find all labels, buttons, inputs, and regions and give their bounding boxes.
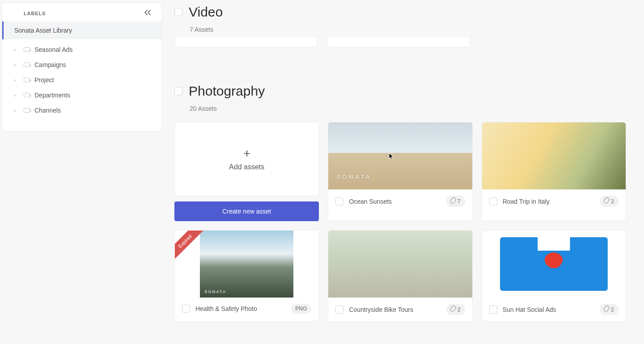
- asset-footer: Ocean Sunsets 7: [328, 189, 472, 213]
- asset-checkbox[interactable]: [335, 197, 343, 206]
- asset-card-sun-hat[interactable]: Sun Hat Social Ads 2: [482, 230, 626, 322]
- paperclip-icon: [604, 306, 609, 313]
- video-row-placeholder: [174, 38, 626, 47]
- attachment-count-badge: 7: [446, 196, 465, 207]
- asset-title: Ocean Sunsets: [349, 198, 441, 205]
- tag-icon: [24, 108, 30, 113]
- asset-checkbox[interactable]: [335, 306, 343, 314]
- collapse-sidebar-icon[interactable]: [144, 9, 152, 17]
- add-assets-card[interactable]: ＋ Add assets: [174, 122, 319, 196]
- sidebar-item-label: Departments: [34, 92, 70, 99]
- asset-footer: Road Trip in Italy 2: [482, 189, 626, 213]
- video-card-stub: [327, 38, 470, 47]
- badge-value: 2: [611, 198, 614, 205]
- asset-footer: Health & Safety Photo PNG: [175, 298, 318, 320]
- section-photography-count: 20 Assets: [190, 105, 626, 112]
- sidebar-tree: › Seasonal Ads › Campaigns › Project › D…: [2, 39, 161, 122]
- asset-title: Health & Safety Photo: [195, 305, 285, 312]
- asset-checkbox[interactable]: [182, 305, 190, 313]
- photography-grid: ＋ Add assets Create new asset Ocean Suns…: [174, 122, 626, 322]
- asset-thumbnail: [482, 231, 626, 298]
- add-assets-label: Add assets: [229, 163, 264, 171]
- create-new-asset-button[interactable]: Create new asset: [174, 201, 319, 221]
- cursor-icon: [389, 153, 394, 160]
- asset-thumbnail: [328, 231, 472, 298]
- paperclip-icon: [451, 306, 455, 313]
- asset-checkbox[interactable]: [489, 197, 497, 206]
- paperclip-icon: [604, 197, 609, 205]
- section-photography-title: Photography: [189, 84, 265, 99]
- sidebar-title: LABELS: [24, 11, 46, 16]
- paperclip-icon: [451, 197, 455, 205]
- sidebar-item-channels[interactable]: › Channels: [2, 103, 161, 118]
- sidebar-item-seasonal-ads[interactable]: › Seasonal Ads: [2, 42, 161, 57]
- sidebar-item-label: Seasonal Ads: [34, 46, 73, 53]
- badge-value: 2: [458, 306, 461, 313]
- section-divider: [174, 65, 626, 66]
- chevron-right-icon: ›: [14, 108, 19, 113]
- asset-card-bike-tours[interactable]: Countryside Bike Tours 2: [328, 230, 472, 322]
- badge-value: PNG: [295, 306, 307, 312]
- asset-card-road-trip[interactable]: Road Trip in Italy 2: [482, 122, 626, 221]
- asset-thumbnail: [328, 122, 472, 189]
- add-column: ＋ Add assets Create new asset: [174, 122, 319, 221]
- format-badge: PNG: [291, 304, 311, 314]
- asset-title: Countryside Bike Tours: [349, 306, 441, 313]
- asset-thumbnail: [482, 122, 626, 189]
- sidebar-item-label: Project: [34, 76, 54, 84]
- chevron-right-icon: ›: [14, 62, 19, 67]
- sidebar-library-root[interactable]: Sonata Asset Library: [2, 21, 161, 39]
- asset-card-health-safety[interactable]: Expired Health & Safety Photo PNG: [174, 230, 319, 322]
- tag-icon: [24, 47, 30, 52]
- tag-icon: [24, 78, 30, 82]
- section-photography-checkbox[interactable]: [174, 87, 182, 95]
- asset-card-ocean-sunsets[interactable]: Ocean Sunsets 7: [328, 122, 472, 221]
- sidebar-item-departments[interactable]: › Departments: [2, 88, 161, 103]
- asset-title: Road Trip in Italy: [503, 198, 595, 205]
- section-video-checkbox[interactable]: [174, 8, 182, 16]
- tag-icon: [24, 93, 30, 97]
- section-video-title: Video: [189, 4, 223, 20]
- section-video-count: 7 Assets: [190, 26, 626, 33]
- attachment-count-badge: 2: [600, 304, 619, 315]
- sidebar-item-project[interactable]: › Project: [2, 72, 161, 88]
- sidebar-item-campaigns[interactable]: › Campaigns: [2, 57, 161, 72]
- tag-icon: [24, 63, 30, 67]
- pool-shape: [500, 237, 608, 291]
- sidebar-item-label: Channels: [34, 107, 61, 114]
- section-photography: Photography 20 Assets ＋ Add assets Creat…: [174, 84, 626, 322]
- section-video: Video 7 Assets: [174, 4, 626, 47]
- section-photography-header: Photography: [174, 84, 626, 99]
- sidebar-header: LABELS: [2, 3, 161, 21]
- asset-title: Sun Hat Social Ads: [503, 306, 595, 313]
- main-content: Video 7 Assets Photography 20 Assets ＋ A…: [162, 0, 644, 344]
- badge-value: 2: [611, 306, 614, 313]
- asset-checkbox[interactable]: [489, 306, 497, 314]
- attachment-count-badge: 2: [446, 304, 465, 315]
- plus-icon: ＋: [241, 147, 253, 159]
- sidebar-item-label: Campaigns: [34, 61, 66, 68]
- chevron-right-icon: ›: [14, 77, 19, 83]
- section-video-header: Video: [174, 4, 626, 20]
- badge-value: 7: [458, 198, 461, 205]
- chevron-right-icon: ›: [14, 47, 19, 52]
- attachment-count-badge: 2: [600, 196, 619, 207]
- asset-thumbnail-inner: [200, 231, 293, 298]
- chevron-right-icon: ›: [14, 92, 19, 98]
- asset-footer: Sun Hat Social Ads 2: [482, 298, 626, 321]
- asset-thumbnail: [175, 231, 318, 298]
- asset-footer: Countryside Bike Tours 2: [328, 298, 472, 321]
- video-card-stub: [174, 38, 318, 47]
- labels-sidebar: LABELS Sonata Asset Library › Seasonal A…: [2, 3, 162, 131]
